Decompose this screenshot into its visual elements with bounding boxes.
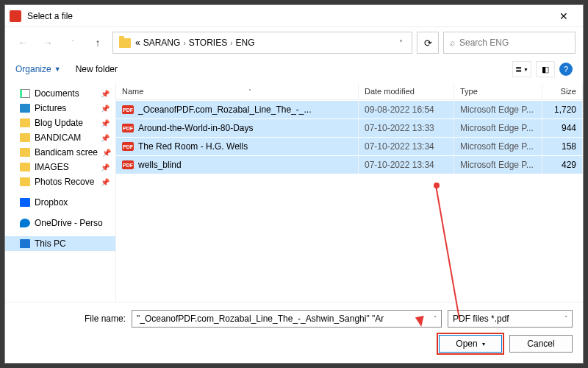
file-size: 429 <box>542 156 583 174</box>
file-date: 09-08-2022 16:54 <box>359 101 454 118</box>
pin-icon: 📌 <box>101 105 110 113</box>
chevron-down-icon: ▼ <box>54 66 61 73</box>
nav-row: ← → ˅ ↑ « SARANG › STORIES › ENG ˅ ⟳ ⌕ S… <box>5 27 583 58</box>
file-type: Microsoft Edge P... <box>454 101 542 118</box>
pdf-icon: PDF <box>122 142 134 151</box>
back-button[interactable]: ← <box>12 32 33 53</box>
pin-icon: 📌 <box>101 134 110 142</box>
pdf-icon: PDF <box>122 160 134 169</box>
f-icon <box>20 177 30 186</box>
thispc-icon <box>20 239 30 248</box>
onedrive-icon <box>20 219 30 227</box>
file-row[interactable]: PDFwells_blind07-10-2022 13:34Microsoft … <box>116 155 583 174</box>
sidebar-item[interactable]: Photos Recove📌 <box>5 174 115 189</box>
file-row[interactable]: PDFAround-the-World-in-80-Days07-10-2022… <box>116 118 583 137</box>
file-type: Microsoft Edge P... <box>454 119 542 137</box>
forward-button[interactable]: → <box>37 32 58 53</box>
recent-dropdown[interactable]: ˅ <box>62 32 83 53</box>
pin-icon: 📌 <box>102 149 111 157</box>
sidebar-item[interactable]: Pictures📌 <box>5 101 115 116</box>
file-dialog: Select a file ✕ ← → ˅ ↑ « SARANG › STORI… <box>4 4 584 364</box>
sidebar-item[interactable]: OneDrive - Perso <box>5 216 115 230</box>
new-folder-button[interactable]: New folder <box>76 64 118 74</box>
col-name[interactable]: Name˄ <box>116 83 359 99</box>
sidebar-item-label: IMAGES <box>35 162 69 172</box>
col-date[interactable]: Date modified <box>359 83 454 99</box>
f-icon <box>20 118 30 127</box>
breadcrumb-seg[interactable]: SARANG <box>143 38 181 48</box>
dialog-title: Select a file <box>27 11 549 21</box>
pdf-icon: PDF <box>122 105 134 114</box>
sidebar: Documents📌Pictures📌Blog Update📌BANDICAM📌… <box>5 83 115 302</box>
filetype-select[interactable] <box>448 310 573 328</box>
chevron-down-icon: ▾ <box>482 341 485 347</box>
file-size: 158 <box>542 138 583 155</box>
breadcrumb-seg[interactable]: STORIES <box>189 38 227 48</box>
filename-input[interactable] <box>132 310 442 328</box>
search-placeholder: Search ENG <box>459 38 509 48</box>
toolbar: Organize ▼ New folder ≣ ▼ ◧ ? <box>5 58 583 83</box>
chevron-right-icon: › <box>183 39 185 47</box>
cancel-button[interactable]: Cancel <box>509 335 573 353</box>
file-type: Microsoft Edge P... <box>454 156 542 174</box>
sidebar-item[interactable]: BANDICAM📌 <box>5 130 115 145</box>
col-type[interactable]: Type <box>454 83 542 99</box>
folder-icon <box>119 38 131 48</box>
file-row[interactable]: PDF_OceanofPDF.com_Rozabal_Line_The_-_..… <box>116 100 583 118</box>
sidebar-item-label: Photos Recove <box>35 177 94 187</box>
help-button[interactable]: ? <box>559 63 573 76</box>
breadcrumb-dropdown[interactable]: ˅ <box>396 39 406 47</box>
sidebar-item-label: Dropbox <box>35 197 68 208</box>
sidebar-item-label: Pictures <box>35 103 66 113</box>
close-button[interactable]: ✕ <box>549 10 578 22</box>
filename-label: File name: <box>15 314 126 324</box>
footer: File name: ˅ ˅ Open ▾ Cancel <box>5 302 583 363</box>
sidebar-item-label: Documents <box>35 88 79 99</box>
file-name: Around-the-World-in-80-Days <box>138 123 254 133</box>
sidebar-item-label: This PC <box>35 238 66 249</box>
sidebar-item[interactable]: Blog Update📌 <box>5 116 115 130</box>
f-icon <box>20 133 30 142</box>
sidebar-item[interactable]: Bandicam scree📌 <box>5 145 115 160</box>
col-size[interactable]: Size <box>542 83 583 99</box>
breadcrumb-ell: « <box>135 38 140 48</box>
dropbox-icon <box>20 198 30 207</box>
open-label: Open <box>456 339 477 349</box>
view-mode-button[interactable]: ≣ ▼ <box>512 61 531 77</box>
breadcrumb-seg[interactable]: ENG <box>236 38 255 48</box>
preview-pane-button[interactable]: ◧ <box>536 61 555 77</box>
sidebar-item[interactable]: IMAGES📌 <box>5 160 115 174</box>
pics-icon <box>20 104 30 113</box>
file-date: 07-10-2022 13:33 <box>359 119 454 137</box>
file-list-pane: Name˄ Date modified Type Size PDF_Oceano… <box>115 83 583 302</box>
sidebar-item-label: BANDICAM <box>35 132 81 143</box>
search-input[interactable]: ⌕ Search ENG <box>443 32 576 54</box>
pin-icon: 📌 <box>101 163 110 171</box>
sidebar-item-label: OneDrive - Perso <box>35 218 103 228</box>
file-rows: PDF_OceanofPDF.com_Rozabal_Line_The_-_..… <box>116 100 583 174</box>
file-date: 07-10-2022 13:34 <box>359 138 454 155</box>
f-icon <box>20 148 30 157</box>
file-row[interactable]: PDFThe Red Room - H.G. Wells07-10-2022 1… <box>116 137 583 155</box>
chevron-right-icon: › <box>230 39 232 47</box>
sidebar-item[interactable]: This PC <box>5 236 115 251</box>
breadcrumb[interactable]: « SARANG › STORIES › ENG ˅ <box>112 32 412 54</box>
body: Documents📌Pictures📌Blog Update📌BANDICAM📌… <box>5 83 583 302</box>
app-icon <box>10 10 21 22</box>
sidebar-item-label: Bandicam scree <box>35 147 98 158</box>
sidebar-item[interactable]: Dropbox <box>5 195 115 210</box>
file-name: wells_blind <box>138 160 182 170</box>
column-headers: Name˄ Date modified Type Size <box>116 83 583 100</box>
up-button[interactable]: ↑ <box>87 32 108 53</box>
sidebar-item[interactable]: Documents📌 <box>5 86 115 101</box>
pin-icon: 📌 <box>101 178 110 186</box>
sort-asc-icon: ˄ <box>248 88 251 95</box>
open-button[interactable]: Open ▾ <box>439 335 502 353</box>
organize-menu[interactable]: Organize ▼ <box>15 64 61 74</box>
file-name: The Red Room - H.G. Wells <box>138 141 248 152</box>
titlebar: Select a file ✕ <box>5 5 583 27</box>
f-icon <box>20 163 30 171</box>
sidebar-item-label: Blog Update <box>35 118 83 128</box>
file-size: 944 <box>542 119 583 137</box>
refresh-button[interactable]: ⟳ <box>417 32 439 54</box>
